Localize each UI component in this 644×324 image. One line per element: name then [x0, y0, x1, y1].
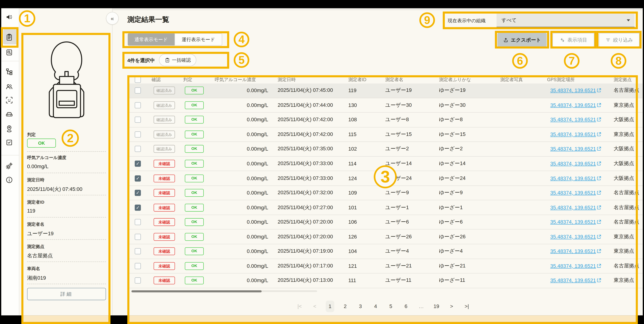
org-tree-icon[interactable]	[5, 68, 13, 75]
face-recognition-icon[interactable]	[5, 96, 13, 104]
page-title: 測定結果一覧	[127, 15, 169, 24]
document-search-icon[interactable]	[5, 48, 13, 56]
sidebar-divider	[1, 61, 19, 61]
annotation-circle-3: 3	[374, 165, 397, 188]
annotation-circle-7: 7	[564, 53, 580, 69]
letterbox-right	[643, 0, 644, 324]
letterbox-left	[0, 0, 1, 324]
announcement-icon[interactable]	[5, 13, 13, 21]
annotation-box-6	[495, 31, 549, 49]
annotation-box-8	[596, 31, 642, 49]
app-screenshot: 判定 OK 呼気アルコール濃度 0.00mg/L 測定日時 2025/11/04…	[0, 0, 644, 324]
annotation-box-7	[550, 31, 596, 49]
annotation-box-3	[127, 75, 638, 324]
annotation-circle-1: 1	[19, 10, 35, 27]
settings-gears-icon[interactable]	[5, 162, 13, 170]
device-check-icon[interactable]	[5, 138, 13, 146]
panel-collapse-button[interactable]: «	[106, 12, 119, 25]
location-pin-icon[interactable]	[5, 124, 13, 132]
sidebar-divider	[1, 155, 19, 155]
users-icon[interactable]	[5, 82, 13, 90]
annotation-circle-4: 4	[234, 32, 249, 47]
annotation-box-2	[21, 33, 110, 324]
annotation-circle-2: 2	[62, 129, 79, 147]
annotation-box-9	[443, 12, 638, 29]
info-icon[interactable]	[5, 176, 13, 184]
annotation-box-1	[1, 27, 18, 48]
annotation-box-5	[122, 52, 229, 69]
annotation-circle-8: 8	[611, 53, 626, 69]
annotation-circle-9: 9	[419, 12, 435, 28]
vehicle-icon[interactable]	[5, 110, 13, 118]
letterbox-top	[0, 0, 644, 8]
annotation-circle-6: 6	[512, 53, 528, 69]
annotation-box-4	[122, 31, 229, 48]
annotation-circle-5: 5	[234, 52, 249, 68]
